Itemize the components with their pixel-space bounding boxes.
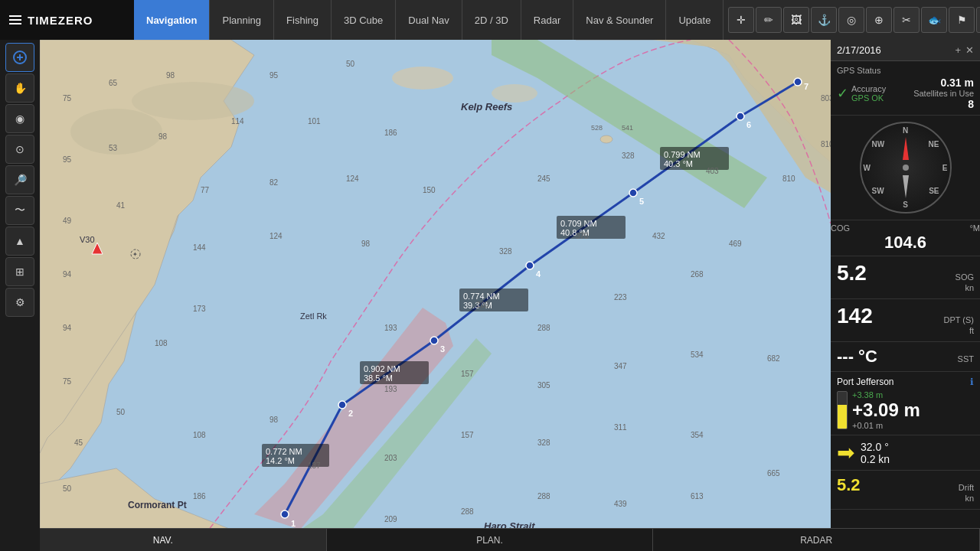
svg-text:3: 3 [440, 344, 445, 354]
drift-label: Drift [959, 483, 974, 492]
search-tool-btn[interactable]: 🔎 [5, 165, 34, 194]
svg-text:Kelp Reefs: Kelp Reefs [461, 101, 512, 112]
svg-text:803: 803 [821, 94, 831, 103]
compass-tool-btn[interactable]: ◉ [5, 104, 34, 133]
sog-label: SOG [956, 272, 974, 282]
grid-btn[interactable]: ⊞ [5, 257, 34, 286]
bike-tool[interactable]: ⊕ [866, 7, 892, 33]
map-container[interactable]: 1 2 3 4 5 6 7 0.772 NM 14.2 °M 0.902 NM … [40, 40, 831, 551]
gps-label: GPS Status [837, 66, 974, 75]
svg-text:7: 7 [804, 82, 808, 91]
bottom-tab-plan[interactable]: PLAN. [327, 529, 654, 551]
current-section: ➡ 32.0 ° 0.2 kn [831, 435, 980, 471]
svg-text:288: 288 [461, 507, 474, 516]
pencil-tool[interactable]: ✏ [756, 7, 782, 33]
photo-tool[interactable]: 🖼 [783, 7, 809, 33]
tide-bar-fill [838, 405, 847, 429]
compass-n-label: N [903, 126, 908, 135]
bottom-tabs: NAV. PLAN. RADAR [0, 528, 980, 551]
sst-label: SST [958, 354, 974, 364]
compass-rose-tool[interactable]: ✛ [728, 7, 754, 33]
svg-text:50: 50 [346, 60, 355, 68]
sog-section: 5.2 SOG kn [831, 256, 980, 299]
compass-center [903, 165, 909, 171]
svg-text:75: 75 [63, 94, 72, 103]
compass-e-label: E [942, 164, 948, 172]
svg-text:77: 77 [201, 186, 210, 194]
panel-close-btn[interactable]: ✕ [965, 44, 974, 56]
gps-accuracy-value: 0.31 m [913, 77, 974, 89]
compass-nw-label: NW [872, 140, 885, 148]
vessel-btn[interactable]: ▲ [5, 227, 34, 256]
tide-change: +0.01 m [852, 421, 920, 430]
svg-text:98: 98 [166, 71, 175, 80]
app-name: TIMEZERO [28, 14, 93, 27]
dpt-section: 142 DPT (S) ft [831, 299, 980, 342]
dpt-label: DPT (S) [943, 315, 974, 324]
svg-text:95: 95 [63, 155, 72, 164]
svg-text:6: 6 [746, 120, 751, 129]
svg-text:82: 82 [270, 178, 279, 187]
tab-update[interactable]: Update [666, 0, 724, 40]
flag-tool[interactable]: ⚑ [949, 7, 975, 33]
svg-text:108: 108 [193, 431, 206, 439]
tab-navigation[interactable]: Navigation [134, 0, 210, 40]
bottom-tab-nav[interactable]: NAV. [0, 529, 327, 551]
fish-tool[interactable]: 🐟 [921, 7, 947, 33]
svg-text:268: 268 [691, 270, 704, 279]
svg-text:209: 209 [384, 515, 397, 523]
drift-section: 5.2 Drift kn [831, 471, 980, 510]
dpt-value: 142 [837, 304, 873, 328]
svg-text:810: 810 [782, 174, 795, 183]
svg-text:4: 4 [536, 269, 541, 279]
svg-text:203: 203 [476, 301, 489, 309]
tab-2d3d[interactable]: 2D / 3D [462, 0, 521, 40]
view-btn[interactable]: ⊙ [5, 135, 34, 164]
settings-tool-btn[interactable]: ⚙ [5, 288, 34, 317]
compass-sw-label: SW [872, 187, 884, 195]
compass-needle-north [903, 137, 909, 160]
scissors-tool[interactable]: ✂ [893, 7, 920, 33]
panel-expand-btn[interactable]: + [955, 44, 961, 56]
svg-text:40.3 °M: 40.3 °M [664, 159, 693, 168]
svg-text:328: 328 [499, 247, 512, 256]
svg-text:528: 528 [591, 124, 603, 132]
circle-tool[interactable]: ◎ [838, 7, 864, 33]
wind-btn[interactable]: 〜 [5, 196, 34, 225]
left-toolbar: ✋ ◉ ⊙ 🔎 〜 ▲ ⊞ ⚙ [0, 40, 40, 551]
tab-3dcube[interactable]: 3D Cube [332, 0, 396, 40]
bottom-tab-radar[interactable]: RADAR [653, 529, 980, 551]
gps-status-text: GPS OK [851, 93, 886, 103]
hamburger-menu[interactable] [9, 15, 21, 24]
sst-section: --- °C SST [831, 342, 980, 372]
sog-value: 5.2 [837, 261, 867, 285]
anchor-tool[interactable]: ⚓ [811, 7, 837, 33]
tab-dualnav[interactable]: Dual Nav [396, 0, 462, 40]
svg-text:186: 186 [384, 129, 397, 137]
svg-text:173: 173 [193, 305, 206, 313]
svg-text:0.799 NM: 0.799 NM [664, 150, 701, 159]
tab-radar[interactable]: Radar [521, 0, 573, 40]
svg-text:186: 186 [193, 492, 206, 500]
cog-unit: °M [969, 223, 980, 233]
svg-point-124 [600, 135, 612, 143]
tab-navsounder[interactable]: Nav & Sounder [573, 0, 666, 40]
svg-text:193: 193 [384, 385, 397, 393]
svg-text:75: 75 [63, 377, 72, 386]
compass-w-label: W [864, 164, 871, 172]
compass-se-label: SE [929, 187, 939, 195]
hand-tool-btn[interactable]: ✋ [5, 73, 34, 103]
svg-text:665: 665 [767, 469, 780, 478]
tab-planning[interactable]: Planning [210, 0, 274, 40]
tab-fishing[interactable]: Fishing [274, 0, 332, 40]
svg-text:541: 541 [622, 124, 633, 132]
svg-text:Cormorant Pt: Cormorant Pt [128, 500, 187, 510]
tide-info-icon[interactable]: ℹ [970, 377, 974, 387]
svg-text:98: 98 [158, 132, 168, 141]
zoom-btn[interactable] [5, 43, 34, 72]
map-svg: 1 2 3 4 5 6 7 0.772 NM 14.2 °M 0.902 NM … [40, 40, 831, 551]
gear-tool[interactable]: ⚙ [976, 7, 980, 33]
svg-text:328: 328 [537, 439, 550, 447]
svg-text:328: 328 [622, 152, 635, 160]
svg-text:101: 101 [308, 117, 321, 126]
